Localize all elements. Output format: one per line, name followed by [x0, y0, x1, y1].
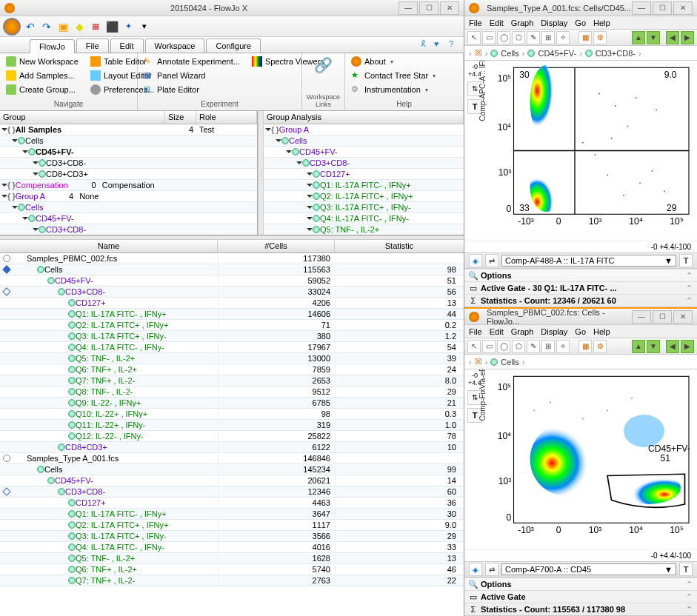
plate-editor-button[interactable]: ⊞Plate Editor [141, 83, 243, 96]
table-row[interactable]: Q2: IL-17A FITC+ , IFNy+710.2 [0, 320, 464, 331]
tree-row[interactable]: CD3+CD8- [0, 158, 257, 169]
add-samples-button[interactable]: Add Samples... [3, 69, 81, 82]
plot2-swap-icon[interactable]: ⇄ [485, 563, 498, 576]
col-name[interactable]: Name [0, 240, 218, 252]
groups-tree[interactable]: { } All Samples4Test Cells CD45+FV- CD3+… [0, 124, 257, 235]
tree-row[interactable]: Q3: IL-17A FITC+ , IFNy- [264, 202, 464, 213]
create-group-button[interactable]: Create Group... [3, 83, 81, 96]
flowjo-logo-icon[interactable] [3, 18, 21, 36]
tool2-icon[interactable]: ▦ [89, 20, 102, 33]
plot2-canvas[interactable]: Comp-FixVia-eFluor506-A CD45+FV- 51 [485, 369, 697, 549]
table-row[interactable]: Samples_PBMC_002.fcs117380 [0, 253, 464, 264]
plot2-maximize-button[interactable]: ☐ [653, 310, 672, 324]
sample-datatable[interactable]: Name #Cells Statistic Samples_PBMC_002.f… [0, 240, 464, 616]
contact-button[interactable]: ★Contact Tree Star▾ [348, 69, 460, 82]
workspace-links-button[interactable]: 🔗 [311, 55, 336, 76]
table-row[interactable]: CD127+446336 [0, 498, 464, 509]
freehand2-gate-icon[interactable]: ✎ [527, 340, 540, 353]
menu-go[interactable]: Go [575, 19, 586, 27]
text-tool2-icon[interactable]: T [679, 254, 693, 267]
table-row[interactable]: CD3+CD8-1234660 [0, 486, 464, 498]
plot1-3d-icon[interactable]: ◈ [469, 254, 482, 267]
minimize-button[interactable]: — [398, 1, 418, 15]
menu-help[interactable]: Help [593, 19, 610, 27]
col-size[interactable]: Size [165, 111, 196, 124]
menu2-display[interactable]: Display [541, 327, 567, 336]
table-row[interactable]: Cells11556398 [0, 264, 464, 275]
table-row[interactable]: CD127+420613 [0, 298, 464, 309]
options2-row[interactable]: 🔍Options⌃ [464, 578, 697, 590]
plot1-swap-icon[interactable]: ⇄ [485, 254, 498, 267]
table-row[interactable]: Cells14523499 [0, 464, 464, 475]
tab-flowjo[interactable]: FlowJo [30, 39, 75, 53]
save-icon[interactable]: ▣ [56, 20, 70, 33]
tree-row[interactable]: CD45+FV- [264, 147, 464, 158]
table-row[interactable]: Q3: IL-17A FITC+ , IFNy-3801.2 [0, 331, 464, 342]
table-row[interactable]: Q11: IL-22+ , IFNy-3191.0 [0, 420, 464, 431]
tree-row[interactable]: Cells [264, 135, 464, 147]
tree-row[interactable]: Cells [0, 202, 257, 213]
table-row[interactable]: Q1: IL-17A FITC- , IFNy+364730 [0, 509, 464, 520]
pointer2-tool-icon[interactable]: ↖ [467, 340, 481, 353]
polygon2-gate-icon[interactable]: ⬠ [512, 340, 525, 353]
ellipse-gate-icon[interactable]: ◯ [497, 31, 510, 44]
maximize-button[interactable]: ☐ [419, 1, 438, 15]
tool3-icon[interactable]: ⬛ [105, 20, 119, 33]
nav-down-icon[interactable]: ▼ [647, 31, 660, 44]
plot2-type-icon[interactable]: ▦ [578, 340, 592, 353]
redo-icon[interactable]: ↷ [40, 20, 53, 33]
table-row[interactable]: CD3+CD8-3302456 [0, 287, 464, 298]
quad-gate-icon[interactable]: ⊞ [541, 31, 555, 44]
table-row[interactable]: Q4: IL-17A FITC- , IFNy-1796754 [0, 342, 464, 353]
tab-file[interactable]: File [76, 38, 109, 53]
table-row[interactable]: Q6: TNF+ , IL-2+785924 [0, 364, 464, 375]
auto2-gate-icon[interactable]: ✧ [556, 340, 570, 353]
dropdown-icon[interactable]: ▾ [138, 20, 151, 33]
tree-row[interactable]: CD45+FV- [0, 147, 257, 158]
instrumentation-button[interactable]: ⚙Instrumentation▾ [348, 83, 460, 96]
rect-gate-icon[interactable]: ▭ [482, 31, 496, 44]
tab-workspace[interactable]: Workspace [145, 38, 205, 53]
menu-display[interactable]: Display [541, 19, 567, 27]
x-axis-combo[interactable]: Comp-AF488-A :: IL-17A FITC▼ [501, 255, 676, 267]
table-row[interactable]: Q7: TNF+ , IL-2-276322 [0, 575, 464, 586]
plot-type-icon[interactable]: ▦ [578, 31, 592, 44]
pointer-tool-icon[interactable]: ↖ [467, 31, 481, 44]
menu-file[interactable]: File [469, 19, 482, 27]
statistics2-row[interactable]: ΣStatistics - Count: 115563 / 117380 98⌃ [464, 603, 697, 615]
active-gate-row[interactable]: ▭Active Gate - 30 Q1: IL-17A FITC- ...⌃ [464, 281, 697, 294]
plot2-close-button[interactable]: ✕ [673, 310, 693, 324]
col-statistic[interactable]: Statistic [335, 240, 464, 252]
quad2-gate-icon[interactable]: ⊞ [541, 340, 555, 353]
polygon-gate-icon[interactable]: ⬠ [512, 31, 525, 44]
plot1-breadcrumb[interactable]: ›☒ ›Cells ›CD45+FV- ›CD3+CD8- › [464, 46, 697, 61]
tree-row[interactable]: CD3+CD8- [0, 224, 257, 235]
menu2-graph[interactable]: Graph [511, 327, 534, 336]
splitter-vertical[interactable]: ⋮ [258, 111, 264, 235]
nav2-down-icon[interactable]: ▼ [647, 340, 660, 353]
menu-edit[interactable]: Edit [490, 19, 504, 27]
tree-row[interactable]: CD8+CD3+ [0, 169, 257, 180]
col-role[interactable]: Role [196, 111, 257, 124]
plot1-minimize-button[interactable]: — [632, 1, 651, 15]
tree-row[interactable]: { } Compensation0Compensation [0, 180, 257, 191]
tree-row[interactable]: Q2: IL-17A FITC+ , IFNy+ [264, 191, 464, 202]
new-workspace-button[interactable]: New Workspace [3, 55, 81, 68]
analysis-tree[interactable]: { } Group A Cells CD45+FV- CD3+CD8- CD12… [264, 124, 464, 235]
plot2-minimize-button[interactable]: — [632, 310, 651, 324]
tree-row[interactable]: Q4: IL-17A FITC- , IFNy- [264, 213, 464, 224]
table-row[interactable]: Q12: IL-22- , IFNy-2582278 [0, 431, 464, 442]
tree-row[interactable]: CD45+FV- [0, 213, 257, 224]
table-row[interactable]: Q10: IL-22+ , IFNy+980.3 [0, 409, 464, 420]
help-icon[interactable]: ? [449, 39, 459, 50]
table-row[interactable]: Q6: TNF+ , IL-2+574046 [0, 564, 464, 575]
nav2-prev-icon[interactable]: ◀ [666, 340, 679, 353]
table-row[interactable]: Q4: IL-17A FITC- , IFNy-401633 [0, 542, 464, 553]
menu2-go[interactable]: Go [575, 327, 586, 336]
nav2-next-icon[interactable]: ▶ [681, 340, 694, 353]
tree-row[interactable]: { } Group A [264, 124, 464, 135]
about-button[interactable]: About▾ [348, 55, 460, 68]
col-group[interactable]: Group [0, 111, 165, 124]
col-group-analysis[interactable]: Group Analysis [264, 111, 464, 124]
plot1-canvas[interactable]: Comp-APC-A :: IFNy [485, 61, 697, 241]
